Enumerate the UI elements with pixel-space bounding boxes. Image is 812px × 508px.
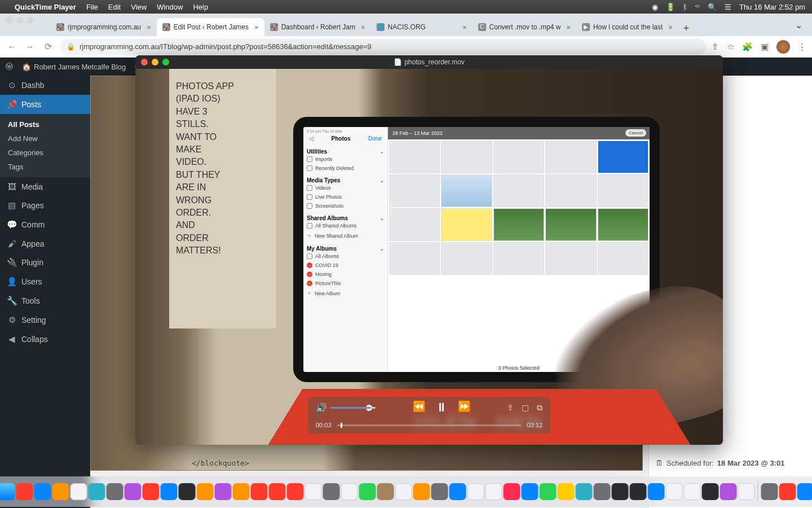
cancel-button[interactable]: Cancel: [625, 129, 646, 137]
photo-thumbnail[interactable]: [441, 174, 492, 207]
tab-close-icon[interactable]: ×: [361, 23, 365, 32]
sidebar-item-comments[interactable]: 💬Comm: [0, 215, 90, 234]
dock-app[interactable]: [761, 483, 778, 500]
section-media-types[interactable]: Media Types⌄: [307, 177, 384, 183]
wp-logo-icon[interactable]: ⓦ: [6, 62, 13, 72]
share-icon[interactable]: ⇪: [507, 403, 514, 413]
pause-button[interactable]: ⏸: [435, 400, 448, 415]
dock-app[interactable]: [377, 483, 394, 500]
dock-calendar[interactable]: [70, 483, 87, 500]
sidebar-item-categories[interactable]: Categories: [0, 146, 90, 160]
photo-thumbnail[interactable]: [598, 242, 648, 275]
dock-firefox[interactable]: [233, 483, 250, 500]
dock-app[interactable]: [161, 483, 178, 500]
sidebar-item-pages[interactable]: ▤Pages: [0, 196, 90, 215]
photo-thumbnail[interactable]: [598, 174, 648, 207]
screenrecord-icon[interactable]: ◉: [652, 3, 658, 11]
bluetooth-icon[interactable]: ᛒ: [683, 3, 687, 11]
menu-file[interactable]: File: [86, 3, 98, 11]
photo-thumbnail[interactable]: [545, 242, 596, 275]
dock-app[interactable]: [467, 483, 484, 500]
sidebar-item-imports[interactable]: Imports: [307, 155, 384, 164]
dock-app[interactable]: [52, 483, 69, 500]
volume-control[interactable]: 🔊: [316, 402, 376, 413]
sidebar-item-new-shared[interactable]: ＋New Shared Album: [307, 230, 384, 241]
dock-app[interactable]: [179, 483, 196, 500]
sidebar-item-all-posts[interactable]: All Posts: [0, 117, 90, 132]
photos-done-button[interactable]: Done: [368, 135, 382, 142]
photo-thumbnail[interactable]: [598, 141, 648, 173]
dock-app[interactable]: [486, 483, 502, 500]
dock-app[interactable]: [34, 483, 51, 500]
new-tab-button[interactable]: +: [678, 20, 694, 36]
sidebar-item-tags[interactable]: Tags: [0, 160, 90, 174]
sidebar-item-covid[interactable]: –COVID 19: [307, 261, 384, 270]
tab-close-icon[interactable]: ×: [147, 23, 151, 32]
dock-app[interactable]: [449, 483, 466, 500]
qt-zoom-icon[interactable]: [162, 59, 169, 65]
photo-thumbnail[interactable]: [389, 208, 440, 241]
sidebar-item-all-albums[interactable]: All Albums: [307, 252, 384, 261]
rewind-button[interactable]: ⏪: [413, 400, 425, 415]
sidebar-item-dashboard[interactable]: ⊙Dashb: [0, 76, 90, 95]
app-name[interactable]: QuickTime Player: [15, 3, 76, 11]
dock-app[interactable]: [143, 483, 160, 500]
dock-app[interactable]: [576, 483, 593, 500]
sidebar-item-all-shared[interactable]: All Shared Albums: [307, 221, 384, 230]
dock-app[interactable]: [797, 483, 813, 500]
dock-mail[interactable]: [0, 483, 15, 500]
dock-app[interactable]: [738, 483, 755, 500]
dock-app[interactable]: [107, 483, 123, 500]
spotlight-icon[interactable]: 🔍: [708, 3, 717, 11]
window-close-icon[interactable]: [6, 17, 12, 24]
tab-close-icon[interactable]: ×: [462, 23, 467, 32]
dock-app[interactable]: [666, 483, 683, 500]
pip-icon[interactable]: ⧉: [537, 403, 542, 413]
airplay-icon[interactable]: ▢: [522, 403, 529, 413]
dock-app[interactable]: [431, 483, 448, 500]
profile-avatar[interactable]: [776, 40, 790, 54]
playhead[interactable]: [341, 423, 342, 428]
sidebar-item-users[interactable]: 👤Users: [0, 272, 90, 291]
tab-close-icon[interactable]: ×: [566, 23, 571, 32]
photo-thumbnail[interactable]: [598, 208, 648, 241]
menu-edit[interactable]: Edit: [108, 3, 121, 11]
dock-app[interactable]: [522, 483, 539, 500]
browser-tab[interactable]: 🌐NACIS.ORG×: [371, 18, 473, 36]
back-button[interactable]: ←: [6, 42, 18, 52]
menu-view[interactable]: View: [131, 3, 147, 11]
browser-tab[interactable]: 🚀Dashboard ‹ Robert Jam×: [264, 18, 371, 36]
qt-titlebar[interactable]: 📄 photos_reorder.mov: [135, 55, 723, 69]
dock-app[interactable]: [125, 483, 142, 500]
address-bar[interactable]: 🔒 rjmprogramming.com.au/ITblog/wp-admin/…: [60, 39, 706, 55]
volume-knob[interactable]: [366, 405, 372, 411]
dock-app[interactable]: [630, 483, 647, 500]
dock-app[interactable]: [215, 483, 232, 500]
photo-thumbnail[interactable]: [545, 141, 596, 173]
dock-app[interactable]: [269, 483, 286, 500]
chrome-menu-icon[interactable]: ⋮: [798, 42, 806, 52]
qt-video-area[interactable]: PHOTOS APP(IPAD IOS) HAVE 3STILLS. WANT …: [135, 69, 723, 445]
photo-thumbnail[interactable]: [441, 141, 492, 173]
share-icon[interactable]: ⇧: [712, 42, 719, 52]
dock-app[interactable]: [720, 483, 737, 500]
window-minimize-icon[interactable]: [16, 17, 23, 24]
qt-minimize-icon[interactable]: [152, 59, 158, 65]
fast-forward-button[interactable]: ⏩: [458, 400, 470, 415]
photo-thumbnail[interactable]: [493, 174, 544, 207]
section-utilities[interactable]: Utilities⌄: [307, 148, 384, 155]
extensions-icon[interactable]: 🧩: [742, 42, 753, 52]
bookmark-icon[interactable]: ☆: [727, 42, 734, 52]
forward-button[interactable]: →: [24, 42, 36, 52]
photo-thumbnail[interactable]: [441, 242, 492, 275]
photo-thumbnail[interactable]: [493, 208, 544, 241]
sidepanel-icon[interactable]: ▣: [761, 42, 769, 52]
reload-button[interactable]: ⟳: [42, 41, 54, 52]
scheduled-row[interactable]: 🗓 Scheduled for: 18 Mar 2023 @ 3:01: [656, 459, 805, 467]
sidebar-item-videos[interactable]: Videos: [307, 183, 384, 192]
menubar-datetime[interactable]: Thu 16 Mar 2:52 pm: [739, 3, 805, 11]
sidebar-item-appearance[interactable]: 🖌Appea: [0, 234, 90, 253]
dock-app[interactable]: [702, 483, 719, 500]
sidebar-item-plugins[interactable]: 🔌Plugin: [0, 253, 90, 272]
tab-overflow-button[interactable]: ⌄: [791, 17, 806, 33]
